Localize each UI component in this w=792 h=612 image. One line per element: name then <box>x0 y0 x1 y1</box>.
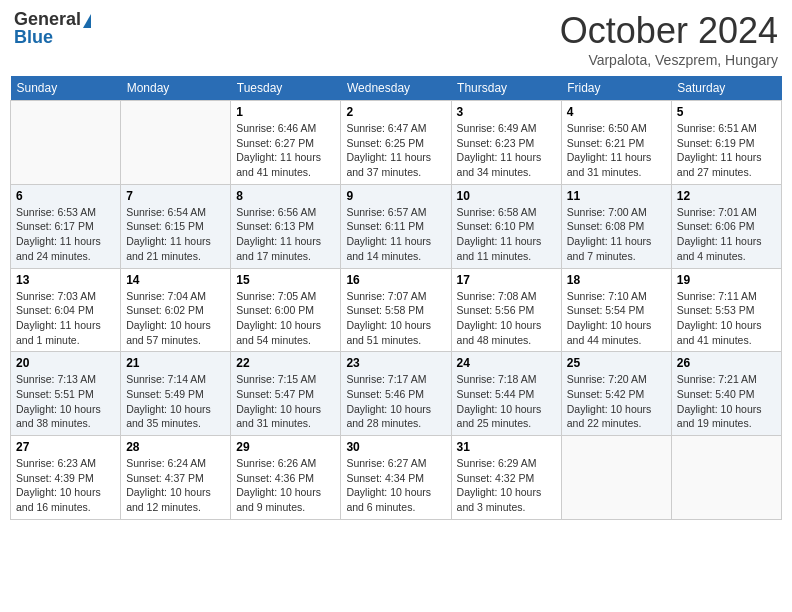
day-info: Sunrise: 6:29 AMSunset: 4:32 PMDaylight:… <box>457 456 556 515</box>
day-info: Sunrise: 7:20 AMSunset: 5:42 PMDaylight:… <box>567 372 666 431</box>
day-number: 13 <box>16 273 115 287</box>
day-number: 3 <box>457 105 556 119</box>
day-number: 29 <box>236 440 335 454</box>
day-number: 25 <box>567 356 666 370</box>
calendar-day-cell <box>561 436 671 520</box>
calendar-week-row: 20Sunrise: 7:13 AMSunset: 5:51 PMDayligh… <box>11 352 782 436</box>
day-number: 20 <box>16 356 115 370</box>
day-info: Sunrise: 6:57 AMSunset: 6:11 PMDaylight:… <box>346 205 445 264</box>
calendar-day-cell: 30Sunrise: 6:27 AMSunset: 4:34 PMDayligh… <box>341 436 451 520</box>
day-number: 14 <box>126 273 225 287</box>
day-number: 10 <box>457 189 556 203</box>
calendar-header-row: SundayMondayTuesdayWednesdayThursdayFrid… <box>11 76 782 101</box>
weekday-header-friday: Friday <box>561 76 671 101</box>
day-info: Sunrise: 7:18 AMSunset: 5:44 PMDaylight:… <box>457 372 556 431</box>
weekday-header-tuesday: Tuesday <box>231 76 341 101</box>
day-info: Sunrise: 7:05 AMSunset: 6:00 PMDaylight:… <box>236 289 335 348</box>
day-number: 17 <box>457 273 556 287</box>
day-number: 6 <box>16 189 115 203</box>
logo-general-text: General <box>14 9 81 29</box>
calendar-day-cell: 3Sunrise: 6:49 AMSunset: 6:23 PMDaylight… <box>451 101 561 185</box>
day-info: Sunrise: 7:07 AMSunset: 5:58 PMDaylight:… <box>346 289 445 348</box>
day-info: Sunrise: 7:14 AMSunset: 5:49 PMDaylight:… <box>126 372 225 431</box>
day-number: 18 <box>567 273 666 287</box>
day-info: Sunrise: 6:24 AMSunset: 4:37 PMDaylight:… <box>126 456 225 515</box>
page-header: General Blue October 2024 Varpalota, Ves… <box>10 10 782 68</box>
calendar-day-cell <box>121 101 231 185</box>
calendar-table: SundayMondayTuesdayWednesdayThursdayFrid… <box>10 76 782 520</box>
calendar-day-cell: 8Sunrise: 6:56 AMSunset: 6:13 PMDaylight… <box>231 184 341 268</box>
calendar-week-row: 6Sunrise: 6:53 AMSunset: 6:17 PMDaylight… <box>11 184 782 268</box>
day-number: 19 <box>677 273 776 287</box>
day-info: Sunrise: 6:46 AMSunset: 6:27 PMDaylight:… <box>236 121 335 180</box>
day-info: Sunrise: 7:15 AMSunset: 5:47 PMDaylight:… <box>236 372 335 431</box>
day-number: 16 <box>346 273 445 287</box>
calendar-day-cell: 29Sunrise: 6:26 AMSunset: 4:36 PMDayligh… <box>231 436 341 520</box>
calendar-day-cell: 27Sunrise: 6:23 AMSunset: 4:39 PMDayligh… <box>11 436 121 520</box>
title-block: October 2024 Varpalota, Veszprem, Hungar… <box>560 10 778 68</box>
day-number: 21 <box>126 356 225 370</box>
calendar-day-cell: 24Sunrise: 7:18 AMSunset: 5:44 PMDayligh… <box>451 352 561 436</box>
day-number: 11 <box>567 189 666 203</box>
day-info: Sunrise: 6:51 AMSunset: 6:19 PMDaylight:… <box>677 121 776 180</box>
day-number: 27 <box>16 440 115 454</box>
day-number: 9 <box>346 189 445 203</box>
calendar-day-cell: 25Sunrise: 7:20 AMSunset: 5:42 PMDayligh… <box>561 352 671 436</box>
calendar-week-row: 1Sunrise: 6:46 AMSunset: 6:27 PMDaylight… <box>11 101 782 185</box>
day-info: Sunrise: 6:58 AMSunset: 6:10 PMDaylight:… <box>457 205 556 264</box>
day-number: 1 <box>236 105 335 119</box>
day-info: Sunrise: 7:03 AMSunset: 6:04 PMDaylight:… <box>16 289 115 348</box>
weekday-header-sunday: Sunday <box>11 76 121 101</box>
month-year-title: October 2024 <box>560 10 778 52</box>
day-info: Sunrise: 7:11 AMSunset: 5:53 PMDaylight:… <box>677 289 776 348</box>
calendar-day-cell: 11Sunrise: 7:00 AMSunset: 6:08 PMDayligh… <box>561 184 671 268</box>
calendar-day-cell: 4Sunrise: 6:50 AMSunset: 6:21 PMDaylight… <box>561 101 671 185</box>
calendar-day-cell: 18Sunrise: 7:10 AMSunset: 5:54 PMDayligh… <box>561 268 671 352</box>
day-number: 24 <box>457 356 556 370</box>
day-number: 15 <box>236 273 335 287</box>
day-info: Sunrise: 6:27 AMSunset: 4:34 PMDaylight:… <box>346 456 445 515</box>
day-info: Sunrise: 7:01 AMSunset: 6:06 PMDaylight:… <box>677 205 776 264</box>
day-number: 30 <box>346 440 445 454</box>
calendar-day-cell: 16Sunrise: 7:07 AMSunset: 5:58 PMDayligh… <box>341 268 451 352</box>
calendar-day-cell: 12Sunrise: 7:01 AMSunset: 6:06 PMDayligh… <box>671 184 781 268</box>
day-info: Sunrise: 6:49 AMSunset: 6:23 PMDaylight:… <box>457 121 556 180</box>
day-number: 8 <box>236 189 335 203</box>
day-info: Sunrise: 7:08 AMSunset: 5:56 PMDaylight:… <box>457 289 556 348</box>
day-info: Sunrise: 6:47 AMSunset: 6:25 PMDaylight:… <box>346 121 445 180</box>
calendar-week-row: 27Sunrise: 6:23 AMSunset: 4:39 PMDayligh… <box>11 436 782 520</box>
calendar-day-cell <box>11 101 121 185</box>
day-info: Sunrise: 7:13 AMSunset: 5:51 PMDaylight:… <box>16 372 115 431</box>
day-info: Sunrise: 7:17 AMSunset: 5:46 PMDaylight:… <box>346 372 445 431</box>
day-info: Sunrise: 7:04 AMSunset: 6:02 PMDaylight:… <box>126 289 225 348</box>
calendar-day-cell: 22Sunrise: 7:15 AMSunset: 5:47 PMDayligh… <box>231 352 341 436</box>
weekday-header-thursday: Thursday <box>451 76 561 101</box>
calendar-day-cell: 14Sunrise: 7:04 AMSunset: 6:02 PMDayligh… <box>121 268 231 352</box>
day-info: Sunrise: 7:00 AMSunset: 6:08 PMDaylight:… <box>567 205 666 264</box>
day-number: 5 <box>677 105 776 119</box>
calendar-day-cell: 1Sunrise: 6:46 AMSunset: 6:27 PMDaylight… <box>231 101 341 185</box>
day-number: 2 <box>346 105 445 119</box>
weekday-header-monday: Monday <box>121 76 231 101</box>
day-number: 12 <box>677 189 776 203</box>
calendar-day-cell: 26Sunrise: 7:21 AMSunset: 5:40 PMDayligh… <box>671 352 781 436</box>
calendar-week-row: 13Sunrise: 7:03 AMSunset: 6:04 PMDayligh… <box>11 268 782 352</box>
day-info: Sunrise: 6:26 AMSunset: 4:36 PMDaylight:… <box>236 456 335 515</box>
day-info: Sunrise: 6:23 AMSunset: 4:39 PMDaylight:… <box>16 456 115 515</box>
calendar-day-cell: 21Sunrise: 7:14 AMSunset: 5:49 PMDayligh… <box>121 352 231 436</box>
day-number: 31 <box>457 440 556 454</box>
calendar-day-cell: 10Sunrise: 6:58 AMSunset: 6:10 PMDayligh… <box>451 184 561 268</box>
calendar-day-cell: 7Sunrise: 6:54 AMSunset: 6:15 PMDaylight… <box>121 184 231 268</box>
day-info: Sunrise: 6:50 AMSunset: 6:21 PMDaylight:… <box>567 121 666 180</box>
day-info: Sunrise: 6:56 AMSunset: 6:13 PMDaylight:… <box>236 205 335 264</box>
calendar-day-cell: 20Sunrise: 7:13 AMSunset: 5:51 PMDayligh… <box>11 352 121 436</box>
day-number: 22 <box>236 356 335 370</box>
logo-blue-text: Blue <box>14 27 53 47</box>
logo-triangle-icon <box>83 14 91 28</box>
weekday-header-saturday: Saturday <box>671 76 781 101</box>
day-number: 4 <box>567 105 666 119</box>
day-number: 23 <box>346 356 445 370</box>
location-text: Varpalota, Veszprem, Hungary <box>560 52 778 68</box>
calendar-day-cell: 31Sunrise: 6:29 AMSunset: 4:32 PMDayligh… <box>451 436 561 520</box>
calendar-day-cell: 9Sunrise: 6:57 AMSunset: 6:11 PMDaylight… <box>341 184 451 268</box>
